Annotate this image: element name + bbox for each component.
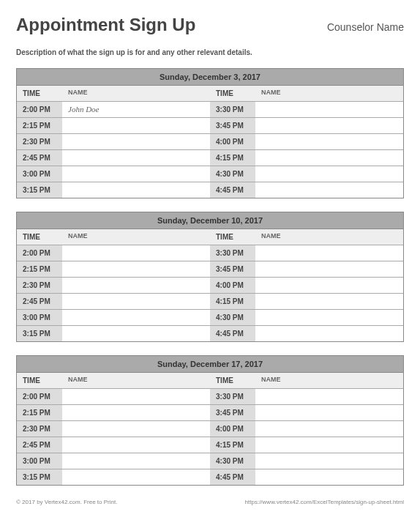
counselor-name: Counselor Name xyxy=(327,21,404,33)
slot-row: 3:00 PM4:30 PM xyxy=(17,453,403,469)
slot-time: 3:45 PM xyxy=(210,261,255,277)
slot-row: 2:45 PM4:15 PM xyxy=(17,293,403,309)
slot-name xyxy=(62,469,210,485)
slot-time: 4:30 PM xyxy=(210,310,255,325)
slot-time: 4:15 PM xyxy=(210,150,255,166)
description: Description of what the sign up is for a… xyxy=(16,48,404,56)
slot-name xyxy=(255,182,403,198)
slot-time: 3:15 PM xyxy=(17,326,62,341)
slot-row: 2:30 PM4:00 PM xyxy=(17,420,403,437)
day-block: Sunday, December 17, 2017TIMENAMETIMENAM… xyxy=(16,355,404,486)
slot-name xyxy=(62,437,210,453)
slot-time: 2:30 PM xyxy=(17,278,62,293)
slot-time: 2:45 PM xyxy=(17,294,62,309)
day-block: Sunday, December 10, 2017TIMENAMETIMENAM… xyxy=(16,212,404,342)
column-header-name: NAME xyxy=(62,86,210,101)
slot-time: 2:00 PM xyxy=(17,389,62,404)
slot-name xyxy=(255,389,403,404)
slot-row: 2:00 PMJohn Doe3:30 PM xyxy=(17,101,403,117)
slot-time: 4:00 PM xyxy=(210,278,255,293)
slot-row: 2:45 PM4:15 PM xyxy=(17,437,403,453)
slot-name: John Doe xyxy=(62,102,210,117)
slot-row: 3:15 PM4:45 PM xyxy=(17,182,403,198)
column-header-row: TIMENAMETIMENAME xyxy=(17,229,403,245)
slot-time: 2:30 PM xyxy=(17,421,62,437)
slot-name xyxy=(62,182,210,198)
slot-time: 3:30 PM xyxy=(210,389,255,404)
slot-time: 2:15 PM xyxy=(17,261,62,277)
slot-time: 2:45 PM xyxy=(17,150,62,166)
slot-name xyxy=(62,134,210,149)
column-header-name: NAME xyxy=(255,373,403,388)
slot-time: 4:00 PM xyxy=(210,134,255,149)
slot-time: 2:00 PM xyxy=(17,102,62,117)
column-header-name: NAME xyxy=(62,373,210,388)
footer-url: https://www.vertex42.com/ExcelTemplates/… xyxy=(245,499,404,505)
slot-time: 4:30 PM xyxy=(210,166,255,182)
slot-name xyxy=(255,469,403,485)
slot-time: 4:45 PM xyxy=(210,182,255,198)
slot-time: 2:45 PM xyxy=(17,437,62,453)
slot-name xyxy=(62,245,210,261)
slot-name xyxy=(255,421,403,437)
slot-name xyxy=(255,166,403,182)
slot-row: 2:30 PM4:00 PM xyxy=(17,133,403,149)
slot-name xyxy=(255,134,403,149)
slot-row: 3:00 PM4:30 PM xyxy=(17,166,403,182)
slot-name xyxy=(62,421,210,437)
slot-time: 3:45 PM xyxy=(210,405,255,420)
slot-name xyxy=(255,405,403,420)
slot-name xyxy=(62,453,210,469)
slot-time: 3:00 PM xyxy=(17,166,62,182)
slot-name xyxy=(62,278,210,293)
column-header-name: NAME xyxy=(62,229,210,245)
slot-name xyxy=(255,278,403,293)
column-header-name: NAME xyxy=(255,86,403,101)
slot-name xyxy=(255,150,403,166)
slot-name xyxy=(255,245,403,261)
column-header-row: TIMENAMETIMENAME xyxy=(17,86,403,101)
slot-name xyxy=(62,326,210,341)
column-header-name: NAME xyxy=(255,229,403,245)
slot-row: 3:15 PM4:45 PM xyxy=(17,469,403,485)
slot-name xyxy=(255,118,403,133)
slot-name xyxy=(255,102,403,117)
slot-name xyxy=(255,294,403,309)
slot-name xyxy=(255,261,403,277)
column-header-time: TIME xyxy=(17,86,62,101)
slot-name xyxy=(62,294,210,309)
slot-name xyxy=(62,261,210,277)
slot-name xyxy=(62,310,210,325)
slot-time: 2:15 PM xyxy=(17,405,62,420)
slot-time: 4:15 PM xyxy=(210,294,255,309)
slot-name xyxy=(255,326,403,341)
footer-copyright: © 2017 by Vertex42.com. Free to Print. xyxy=(16,499,117,505)
slot-time: 4:45 PM xyxy=(210,469,255,485)
slot-row: 2:30 PM4:00 PM xyxy=(17,277,403,293)
day-header: Sunday, December 10, 2017 xyxy=(17,212,403,229)
slot-time: 4:45 PM xyxy=(210,326,255,341)
slot-name xyxy=(62,389,210,404)
column-header-time: TIME xyxy=(17,229,62,245)
slot-row: 2:45 PM4:15 PM xyxy=(17,149,403,166)
slot-row: 2:00 PM3:30 PM xyxy=(17,245,403,261)
page-title: Appointment Sign Up xyxy=(16,15,195,35)
slot-time: 4:00 PM xyxy=(210,421,255,437)
slot-name xyxy=(62,150,210,166)
slot-row: 2:00 PM3:30 PM xyxy=(17,388,403,404)
slot-name xyxy=(255,437,403,453)
slot-name xyxy=(255,453,403,469)
slot-row: 2:15 PM3:45 PM xyxy=(17,261,403,277)
slot-name xyxy=(255,310,403,325)
slot-time: 2:15 PM xyxy=(17,118,62,133)
day-header: Sunday, December 3, 2017 xyxy=(17,69,403,86)
slot-row: 3:00 PM4:30 PM xyxy=(17,309,403,325)
slot-time: 4:15 PM xyxy=(210,437,255,453)
slot-row: 3:15 PM4:45 PM xyxy=(17,325,403,341)
slot-name xyxy=(62,118,210,133)
slot-row: 2:15 PM3:45 PM xyxy=(17,404,403,420)
column-header-time: TIME xyxy=(210,373,255,388)
slot-name xyxy=(62,405,210,420)
slot-time: 3:00 PM xyxy=(17,310,62,325)
slot-time: 3:30 PM xyxy=(210,245,255,261)
